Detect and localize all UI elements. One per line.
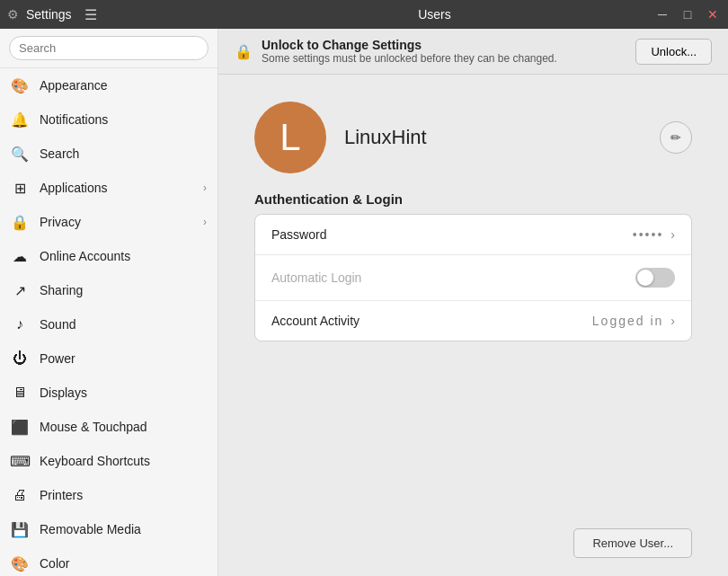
sidebar-item-removable-media[interactable]: 💾Removable Media (0, 512, 218, 546)
sidebar-icon-displays: 🖥 (11, 384, 29, 402)
maximize-button[interactable]: □ (676, 5, 699, 23)
user-name: LinuxHint (344, 126, 642, 149)
unlock-text: Unlock to Change Settings Some settings … (262, 38, 626, 65)
hamburger-button[interactable]: ☰ (79, 4, 102, 25)
titlebar-settings-label: Settings (26, 7, 72, 22)
password-label: Password (271, 227, 633, 242)
main-bottom: Remove User... (218, 341, 728, 576)
minimize-button[interactable]: ─ (651, 5, 674, 23)
password-row[interactable]: Password ••••• › (255, 215, 691, 255)
sidebar-label-appearance: Appearance (40, 78, 207, 93)
edit-user-button[interactable]: ✏ (660, 121, 692, 154)
sidebar-label-color: Color (40, 556, 207, 571)
sidebar-item-applications[interactable]: ⊞Applications› (0, 171, 218, 205)
auth-title: Authentication & Login (254, 191, 692, 207)
avatar-letter: L (280, 116, 300, 159)
toggle-knob (637, 270, 653, 286)
sidebar-items: 🎨Appearance🔔Notifications🔍Search⊞Applica… (0, 68, 218, 576)
sidebar-label-online-accounts: Online Accounts (40, 249, 207, 263)
sidebar-icon-applications: ⊞ (11, 179, 29, 197)
sidebar-label-printers: Printers (40, 488, 207, 502)
sidebar-item-search[interactable]: 🔍Search (0, 137, 218, 171)
sidebar-item-online-accounts[interactable]: ☁Online Accounts (0, 239, 218, 273)
sidebar-icon-appearance: 🎨 (11, 76, 29, 94)
sidebar-item-sharing[interactable]: ↗Sharing (0, 273, 218, 307)
sidebar-label-keyboard-shortcuts: Keyboard Shortcuts (40, 454, 207, 468)
sidebar-label-removable-media: Removable Media (40, 522, 207, 536)
sidebar-label-sharing: Sharing (40, 283, 207, 297)
unlock-title: Unlock to Change Settings (262, 38, 626, 52)
sidebar-item-printers[interactable]: 🖨Printers (0, 478, 218, 512)
pencil-icon: ✏ (670, 130, 681, 145)
search-input[interactable] (9, 36, 209, 60)
sidebar-item-power[interactable]: ⏻Power (0, 341, 218, 376)
close-button[interactable]: ✕ (701, 5, 724, 23)
lock-icon: 🔒 (235, 43, 253, 60)
main-panel: 🔒 Unlock to Change Settings Some setting… (218, 29, 728, 576)
account-activity-label: Account Activity (271, 314, 592, 328)
account-activity-value: Logged in (592, 314, 664, 328)
remove-user-button[interactable]: Remove User... (573, 528, 692, 558)
sidebar-icon-online-accounts: ☁ (11, 247, 29, 265)
settings-window: ⚙ Settings ☰ Users ─ □ ✕ 🎨Appearance🔔Not… (0, 0, 728, 576)
unlock-subtitle: Some settings must be unlocked before th… (262, 52, 626, 65)
sidebar: 🎨Appearance🔔Notifications🔍Search⊞Applica… (0, 29, 218, 576)
sidebar-item-privacy[interactable]: 🔒Privacy› (0, 205, 218, 239)
sidebar-item-mouse-touchpad[interactable]: ⬛Mouse & Touchpad (0, 410, 218, 444)
sidebar-icon-printers: 🖨 (11, 486, 29, 504)
content-area: 🎨Appearance🔔Notifications🔍Search⊞Applica… (0, 29, 728, 576)
sidebar-icon-mouse-touchpad: ⬛ (11, 418, 29, 436)
auth-section: Authentication & Login Password ••••• › … (218, 191, 728, 341)
automatic-login-row[interactable]: Automatic Login (255, 255, 691, 301)
sidebar-search-container (0, 29, 218, 68)
sidebar-label-sound: Sound (40, 317, 207, 332)
sidebar-icon-power: ⏻ (11, 350, 29, 368)
sidebar-icon-sharing: ↗ (11, 281, 29, 299)
sidebar-item-notifications[interactable]: 🔔Notifications (0, 102, 218, 137)
user-area: L LinuxHint ✏ (218, 75, 728, 191)
password-value: ••••• (633, 227, 664, 242)
account-activity-chevron-icon: › (670, 314, 675, 328)
titlebar-title: Users (218, 7, 651, 22)
sidebar-icon-notifications: 🔔 (11, 111, 29, 128)
sidebar-item-appearance[interactable]: 🎨Appearance (0, 68, 218, 102)
sidebar-item-color[interactable]: 🎨Color (0, 546, 218, 576)
titlebar: ⚙ Settings ☰ Users ─ □ ✕ (0, 0, 728, 29)
sidebar-chevron-icon-privacy: › (203, 216, 207, 228)
sidebar-label-applications: Applications (40, 181, 192, 195)
settings-icon: ⚙ (7, 7, 19, 22)
sidebar-icon-color: 🎨 (11, 554, 29, 572)
sidebar-label-search: Search (40, 146, 207, 161)
sidebar-icon-removable-media: 💾 (11, 520, 29, 538)
sidebar-label-privacy: Privacy (40, 215, 192, 229)
sidebar-icon-privacy: 🔒 (11, 213, 29, 231)
sidebar-label-notifications: Notifications (40, 112, 207, 127)
auth-card: Password ••••• › Automatic Login Account… (254, 214, 692, 341)
sidebar-label-power: Power (40, 351, 207, 366)
password-chevron-icon: › (670, 227, 675, 242)
sidebar-icon-sound: ♪ (11, 315, 29, 333)
unlock-bar: 🔒 Unlock to Change Settings Some setting… (218, 29, 728, 75)
automatic-login-label: Automatic Login (271, 270, 635, 285)
account-activity-row[interactable]: Account Activity Logged in › (255, 301, 691, 341)
user-avatar: L (254, 102, 326, 173)
titlebar-left: ⚙ Settings ☰ (0, 4, 218, 25)
sidebar-label-mouse-touchpad: Mouse & Touchpad (40, 420, 207, 434)
sidebar-item-displays[interactable]: 🖥Displays (0, 376, 218, 410)
sidebar-icon-search: 🔍 (11, 145, 29, 163)
titlebar-controls: ─ □ ✕ (651, 5, 728, 23)
sidebar-item-sound[interactable]: ♪Sound (0, 307, 218, 341)
sidebar-chevron-icon-applications: › (203, 182, 207, 194)
automatic-login-toggle[interactable] (635, 268, 675, 288)
sidebar-icon-keyboard-shortcuts: ⌨ (11, 452, 29, 470)
sidebar-item-keyboard-shortcuts[interactable]: ⌨Keyboard Shortcuts (0, 444, 218, 478)
unlock-button[interactable]: Unlock... (635, 39, 712, 65)
sidebar-label-displays: Displays (40, 385, 207, 400)
